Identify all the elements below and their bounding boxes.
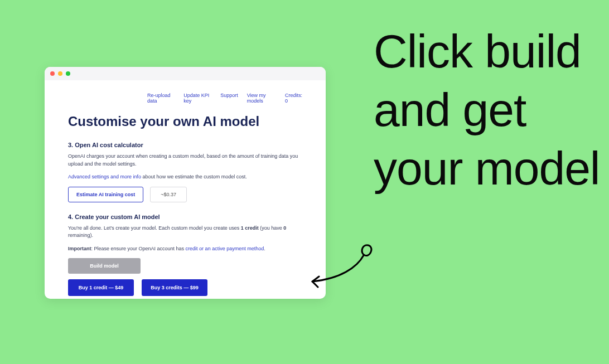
buy-3-credits-button[interactable]: Buy 3 credits — $99 bbox=[142, 279, 207, 296]
estimated-cost-value: ~$0.37 bbox=[150, 187, 187, 202]
section3-desc: OpenAI charges your account when creatin… bbox=[68, 153, 302, 168]
nav-support[interactable]: Support bbox=[220, 93, 238, 104]
section4-line2: Important: Please ensure your OpenAI acc… bbox=[68, 245, 302, 253]
page-title: Customise your own AI model bbox=[68, 114, 302, 129]
window-maximize-icon[interactable] bbox=[66, 71, 70, 76]
buy-row: Buy 1 credit — $49 Buy 3 credits — $99 bbox=[68, 279, 302, 296]
buy-1-credit-button[interactable]: Buy 1 credit — $49 bbox=[68, 279, 134, 296]
promo-headline: Click build and get your model bbox=[374, 22, 609, 198]
estimate-row: Estimate AI training cost ~$0.37 bbox=[68, 187, 302, 202]
nav-credits[interactable]: Credits: 0 bbox=[285, 93, 302, 104]
estimate-cost-button[interactable]: Estimate AI training cost bbox=[68, 187, 143, 202]
titlebar bbox=[45, 67, 326, 80]
advanced-settings-link[interactable]: Advanced settings and more info bbox=[68, 174, 141, 179]
curved-arrow-icon bbox=[290, 240, 374, 290]
nav-view-models[interactable]: View my models bbox=[247, 93, 276, 104]
section4-heading: 4. Create your custom AI model bbox=[68, 213, 302, 220]
section3-linkline: Advanced settings and more info about ho… bbox=[68, 173, 302, 181]
section3-heading: 3. Open AI cost calculator bbox=[68, 142, 302, 148]
app-window: Re-upload data Update KPI key Support Vi… bbox=[45, 67, 326, 299]
nav-update-key[interactable]: Update KPI key bbox=[183, 93, 211, 104]
nav-reupload[interactable]: Re-upload data bbox=[147, 93, 175, 104]
window-close-icon[interactable] bbox=[50, 71, 55, 76]
content-area: Re-upload data Update KPI key Support Vi… bbox=[45, 80, 326, 299]
section4-line1: You're all done. Let's create your model… bbox=[68, 225, 302, 240]
section3-link-suffix: about how we estimate the custom model c… bbox=[141, 174, 247, 179]
top-nav: Re-upload data Update KPI key Support Vi… bbox=[68, 93, 302, 104]
payment-method-link[interactable]: credit or an active payment method bbox=[186, 246, 264, 251]
window-minimize-icon[interactable] bbox=[58, 71, 62, 76]
build-model-button[interactable]: Build model bbox=[68, 258, 141, 274]
